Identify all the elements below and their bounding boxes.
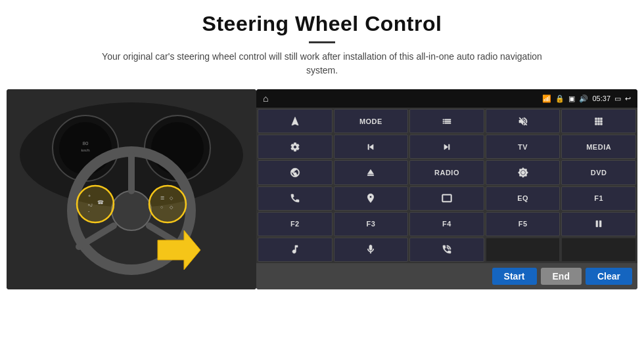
svg-text:☎: ☎ (97, 200, 104, 205)
page-title: Steering Wheel Control (0, 12, 644, 36)
btn-media[interactable]: MEDIA (561, 135, 636, 159)
home-icon: ⌂ (263, 93, 268, 104)
btn-eq[interactable]: EQ (486, 186, 561, 211)
btn-apps[interactable] (561, 109, 636, 133)
btn-prev[interactable] (334, 135, 409, 159)
btn-phone[interactable] (258, 186, 333, 211)
btn-f4[interactable]: F4 (409, 212, 484, 236)
page: Steering Wheel Control Your original car… (0, 0, 644, 357)
back-icon: ↩ (625, 94, 631, 103)
btn-mic[interactable] (334, 238, 409, 262)
svg-point-9 (112, 191, 151, 230)
bt-icon: 🔊 (579, 94, 588, 103)
svg-point-13 (77, 186, 114, 222)
btn-mute[interactable] (486, 109, 561, 133)
btn-settings[interactable] (258, 135, 333, 159)
title-divider (309, 41, 335, 43)
steering-wheel-image: 80 km/h + nل - ☎ (7, 89, 256, 289)
page-header: Steering Wheel Control Your original car… (0, 0, 644, 83)
status-right: 📶 🔒 ▣ 🔊 05:37 ▭ ↩ (542, 94, 631, 103)
svg-text:+: + (88, 194, 91, 198)
btn-music[interactable] (258, 238, 333, 262)
btn-f5[interactable]: F5 (486, 212, 561, 236)
btn-navi[interactable] (334, 186, 409, 211)
wifi-icon: 📶 (542, 94, 551, 103)
end-button[interactable]: End (541, 268, 582, 285)
svg-text:☰: ☰ (160, 196, 164, 200)
btn-f2[interactable]: F2 (258, 212, 333, 236)
button-grid: MODE TV (256, 108, 637, 263)
btn-playpause[interactable] (561, 212, 636, 236)
btn-dvd[interactable]: DVD (561, 160, 636, 184)
btn-nav[interactable] (258, 109, 333, 133)
content-area: 80 km/h + nل - ☎ (7, 89, 637, 289)
btn-next[interactable] (409, 135, 484, 159)
start-button[interactable]: Start (492, 268, 537, 285)
btn-mode[interactable]: MODE (334, 109, 409, 133)
control-panel: ⌂ 📶 🔒 ▣ 🔊 05:37 ▭ ↩ MODE (256, 89, 637, 289)
btn-brightness[interactable] (486, 160, 561, 184)
bottom-bar: Start End Clear (256, 263, 637, 289)
svg-text:nل: nل (88, 203, 93, 207)
btn-empty2 (561, 238, 636, 262)
status-bar: ⌂ 📶 🔒 ▣ 🔊 05:37 ▭ ↩ (256, 89, 637, 108)
time-display: 05:37 (592, 94, 610, 102)
page-subtitle: Your original car's steering wheel contr… (92, 50, 552, 77)
btn-call[interactable] (409, 238, 484, 262)
btn-screen[interactable] (409, 186, 484, 211)
btn-f1[interactable]: F1 (561, 186, 636, 211)
btn-f3[interactable]: F3 (334, 212, 409, 236)
screen-icon: ▭ (614, 94, 621, 103)
clear-button[interactable]: Clear (586, 268, 632, 285)
btn-cam360[interactable] (258, 160, 333, 184)
lock-icon: 🔒 (555, 94, 564, 103)
btn-radio[interactable]: RADIO (409, 160, 484, 184)
svg-text:80: 80 (83, 140, 89, 146)
btn-empty1 (486, 238, 561, 262)
svg-text:○: ○ (160, 205, 163, 209)
btn-tv[interactable]: TV (486, 135, 561, 159)
btn-list[interactable] (409, 109, 484, 133)
svg-point-14 (149, 186, 186, 222)
btn-eject[interactable] (334, 160, 409, 184)
sim-icon: ▣ (568, 94, 575, 103)
svg-text:km/h: km/h (81, 148, 89, 152)
